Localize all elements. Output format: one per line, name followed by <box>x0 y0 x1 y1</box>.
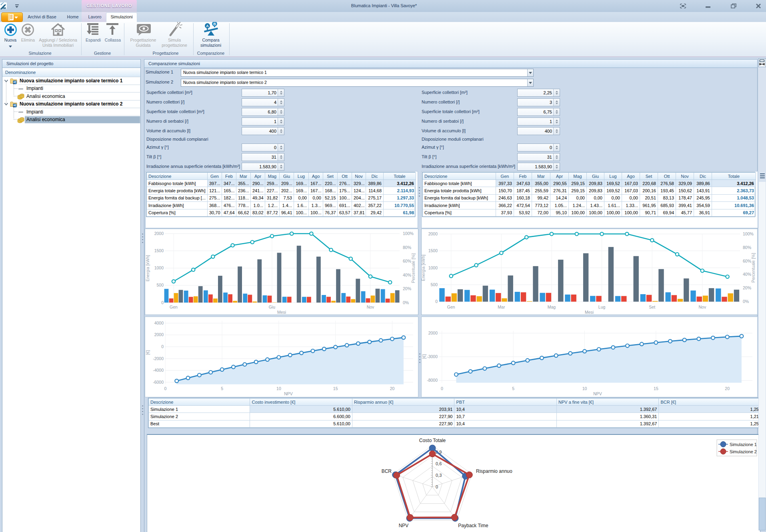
svg-text:Gen: Gen <box>447 305 455 309</box>
svg-text:Simulazione 1: Simulazione 1 <box>730 442 757 447</box>
svg-text:Risparmio annuo: Risparmio annuo <box>476 468 512 474</box>
svg-text:20%: 20% <box>743 285 751 290</box>
svg-text:500: 500 <box>430 282 438 287</box>
svg-text:Mag: Mag <box>548 305 556 309</box>
svg-text:[€]: [€] <box>145 350 150 355</box>
svg-text:80%: 80% <box>743 245 751 250</box>
svg-text:Lug: Lug <box>598 305 606 309</box>
svg-text:10: 10 <box>276 386 281 391</box>
svg-text:40%: 40% <box>743 272 751 277</box>
svg-text:60%: 60% <box>403 259 411 263</box>
svg-text:0,3: 0,3 <box>436 473 442 478</box>
svg-text:[€]: [€] <box>422 354 426 359</box>
svg-text:15: 15 <box>654 386 658 391</box>
svg-text:2000: 2000 <box>154 332 164 337</box>
svg-text:NPV: NPV <box>593 391 602 396</box>
svg-text:NPV: NPV <box>399 523 409 528</box>
svg-text:15: 15 <box>333 386 338 391</box>
svg-text:Giu: Giu <box>269 305 276 309</box>
svg-text:2000: 2000 <box>428 231 438 236</box>
svg-text:BCR: BCR <box>382 468 392 474</box>
svg-text:4000: 4000 <box>154 321 164 325</box>
svg-text:Percentuale [%]: Percentuale [%] <box>751 253 756 283</box>
svg-text:Gen: Gen <box>170 305 178 309</box>
svg-text:NPV: NPV <box>284 391 293 396</box>
svg-text:100%: 100% <box>743 231 754 236</box>
svg-text:0: 0 <box>161 300 164 305</box>
svg-text:0%: 0% <box>743 299 749 304</box>
svg-text:Mar: Mar <box>498 305 505 309</box>
svg-text:Mesi: Mesi <box>277 310 286 315</box>
svg-text:Mesi: Mesi <box>585 310 594 315</box>
svg-text:60%: 60% <box>743 259 751 263</box>
svg-text:-3000: -3000 <box>427 354 438 359</box>
svg-text:500: 500 <box>156 283 164 287</box>
svg-text:Energia [kWh]: Energia [kWh] <box>422 255 426 281</box>
svg-text:0: 0 <box>435 299 438 304</box>
svg-text:20%: 20% <box>403 286 411 291</box>
svg-text:80%: 80% <box>403 245 411 250</box>
svg-text:20: 20 <box>725 386 730 391</box>
svg-text:0: 0 <box>164 386 166 391</box>
svg-text:-8000: -8000 <box>427 378 438 383</box>
svg-text:0: 0 <box>436 484 438 489</box>
svg-text:2000: 2000 <box>154 231 164 236</box>
svg-text:0,6: 0,6 <box>436 461 442 466</box>
svg-text:0: 0 <box>161 344 164 349</box>
svg-text:-4000: -4000 <box>153 368 164 373</box>
svg-text:1000: 1000 <box>428 265 438 270</box>
svg-text:-6000: -6000 <box>153 380 164 385</box>
svg-text:Nov: Nov <box>698 305 706 309</box>
svg-text:1500: 1500 <box>154 248 164 253</box>
svg-text:10: 10 <box>582 386 587 391</box>
svg-text:Set: Set <box>649 305 655 309</box>
svg-text:-2000: -2000 <box>153 356 164 361</box>
svg-text:100%: 100% <box>403 231 414 236</box>
svg-text:20: 20 <box>390 386 395 391</box>
svg-text:5: 5 <box>512 386 514 391</box>
svg-text:1000: 1000 <box>154 265 164 270</box>
svg-text:Percentuale [%]: Percentuale [%] <box>411 253 416 283</box>
svg-text:Costo Totale: Costo Totale <box>419 438 446 443</box>
svg-text:Energia [kWh]: Energia [kWh] <box>145 255 150 281</box>
svg-text:Payback Time: Payback Time <box>458 523 488 528</box>
svg-text:1500: 1500 <box>428 248 438 253</box>
svg-text:0%: 0% <box>403 300 409 305</box>
svg-text:5: 5 <box>221 386 223 391</box>
svg-text:Nov: Nov <box>367 305 374 309</box>
svg-text:2000: 2000 <box>428 331 438 335</box>
svg-text:A: A <box>206 24 209 28</box>
svg-text:0: 0 <box>441 386 443 391</box>
svg-text:B: B <box>213 22 216 26</box>
svg-text:40%: 40% <box>403 273 411 277</box>
svg-text:Simulazione 2: Simulazione 2 <box>730 449 757 454</box>
